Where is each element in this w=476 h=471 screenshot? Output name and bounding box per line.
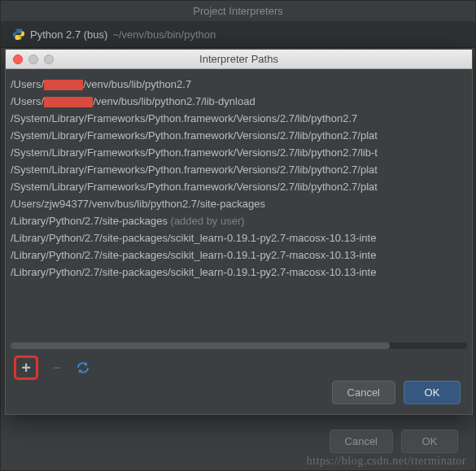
interpreter-paths-dialog: Interpreter Paths /Users/ /venv/bus/lib/…: [5, 49, 473, 415]
interpreter-path: ~/venv/bus/bin/python: [112, 28, 216, 41]
window-title: Project Interpreters: [1, 1, 475, 21]
path-row[interactable]: /System/Library/Frameworks/Python.framew…: [11, 161, 467, 178]
path-row[interactable]: /System/Library/Frameworks/Python.framew…: [11, 127, 467, 144]
outer-ok-button[interactable]: OK: [401, 430, 458, 453]
remove-path-button[interactable]: −: [50, 360, 64, 377]
ok-button[interactable]: OK: [404, 381, 461, 404]
path-row[interactable]: /Library/Python/2.7/site-packages (added…: [11, 212, 467, 229]
watermark-text: https://blog.csdn.net/tterminator: [307, 455, 466, 468]
dialog-button-row: Cancel OK: [332, 381, 461, 404]
interpreter-selector-row[interactable]: Python 2.7 (bus) ~/venv/bus/bin/python: [1, 21, 475, 48]
added-by-user-hint: (added by user): [168, 215, 245, 227]
paths-list[interactable]: /Users/ /venv/bus/lib/python2.7/Users/ /…: [6, 69, 472, 339]
path-row[interactable]: /System/Library/Frameworks/Python.framew…: [11, 178, 467, 195]
path-row[interactable]: /Users/ /venv/bus/lib/python2.7: [11, 76, 467, 93]
path-row[interactable]: /Library/Python/2.7/site-packages/scikit…: [11, 246, 467, 264]
interpreter-name: Python 2.7 (bus): [30, 28, 107, 41]
path-row[interactable]: /Users/ /venv/bus/lib/python2.7/lib-dynl…: [11, 93, 467, 110]
refresh-button[interactable]: [76, 360, 90, 375]
path-row[interactable]: /Library/Python/2.7/site-packages/scikit…: [11, 229, 467, 246]
outer-button-row: Cancel OK: [330, 430, 458, 453]
refresh-icon: [76, 360, 90, 375]
path-row[interactable]: /System/Library/Frameworks/Python.framew…: [11, 110, 467, 127]
redacted-segment: [44, 97, 93, 107]
redacted-segment: [44, 80, 83, 90]
outer-cancel-button[interactable]: Cancel: [330, 430, 393, 453]
cancel-button[interactable]: Cancel: [332, 381, 395, 404]
dialog-titlebar: Interpreter Paths: [6, 50, 472, 69]
path-row[interactable]: /System/Library/Frameworks/Python.framew…: [11, 144, 467, 161]
add-path-button[interactable]: +: [14, 355, 38, 380]
path-row[interactable]: /Library/Python/2.7/site-packages/scikit…: [11, 264, 467, 281]
horizontal-scrollbar[interactable]: [11, 342, 467, 349]
scrollbar-thumb[interactable]: [11, 342, 390, 349]
path-row[interactable]: /Users/zjw94377/venv/bus/lib/python2.7/s…: [11, 195, 467, 212]
dialog-title: Interpreter Paths: [6, 53, 472, 65]
python-icon: [12, 28, 25, 41]
